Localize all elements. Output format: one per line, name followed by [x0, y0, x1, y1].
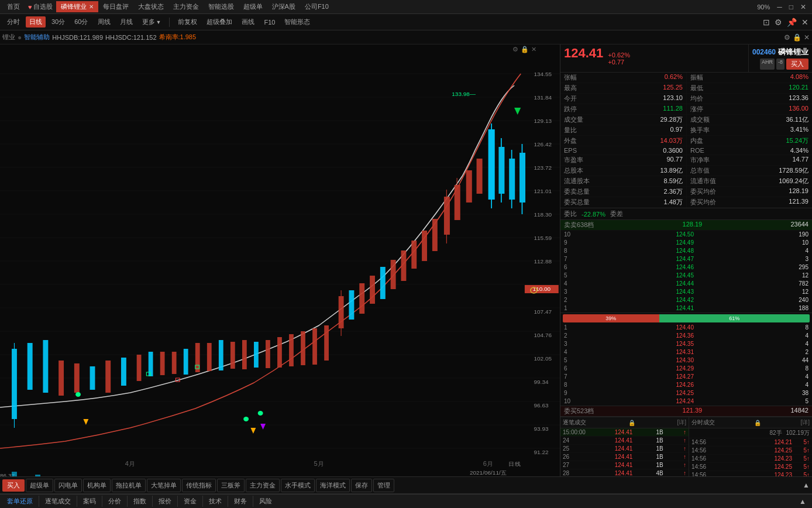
val-jinkai: 123.10: [663, 94, 683, 103]
indicator-xinanlv[interactable]: 希南率:1.985: [159, 33, 197, 42]
close-panel-icon[interactable]: ✕: [801, 18, 808, 27]
tab-close-icon[interactable]: ✕: [89, 4, 94, 10]
indicator-smart[interactable]: 智能辅助: [24, 33, 50, 42]
svg-rect-88: [509, 159, 515, 200]
tf-fenshi[interactable]: 分时: [4, 16, 23, 28]
val-junjia: 123.36: [789, 94, 808, 103]
bn-quote[interactable]: 报价: [153, 496, 178, 507]
bn-risk[interactable]: 风险: [253, 496, 278, 507]
close-indicator[interactable]: ✕: [804, 33, 810, 42]
heart-icon: ♥: [28, 4, 32, 11]
nav-f10[interactable]: 公司F10: [300, 2, 333, 11]
bt-sanfu[interactable]: 三板斧: [217, 479, 245, 492]
indicator-hhjsdb[interactable]: HHJSDB:121.989: [52, 34, 103, 41]
svg-rect-71: [401, 250, 406, 281]
svg-text:93.93: 93.93: [534, 425, 548, 431]
bn-price[interactable]: 分价: [102, 496, 128, 507]
svg-rect-75: [444, 197, 450, 235]
lock-mintrade-icon[interactable]: 🔒: [754, 420, 761, 426]
tool-fuquan[interactable]: 前复权: [174, 16, 201, 28]
label-huanshou: 换手率: [690, 126, 710, 135]
nav-super[interactable]: 超级单: [239, 2, 267, 11]
pin-icon[interactable]: 📌: [787, 18, 797, 27]
nav-market[interactable]: 大盘状态: [133, 2, 168, 11]
bn-tech[interactable]: 技术: [203, 496, 228, 507]
nav-funds[interactable]: 主力资金: [168, 2, 204, 11]
tf-month[interactable]: 月线: [116, 16, 136, 28]
svg-point-104: [258, 411, 263, 416]
bn-capital[interactable]: 资金: [178, 496, 203, 507]
bt-flash[interactable]: 闪电单: [54, 479, 82, 492]
val-zongguben: 13.89亿: [660, 166, 683, 175]
svg-rect-111: [12, 472, 17, 476]
chart-area[interactable]: 134.55 131.84 129.13 126.42 123.72 121.0…: [0, 44, 560, 476]
bt-ocean[interactable]: 海洋模式: [316, 479, 350, 492]
label-liutongguben: 流通股本: [564, 177, 590, 186]
btn-buy[interactable]: 买入: [786, 59, 808, 70]
settings-small[interactable]: ⚙: [784, 33, 790, 42]
label-weimaimaijunjia2: 委买均价: [690, 198, 716, 207]
chart-lock[interactable]: 🔒: [521, 46, 529, 53]
restore-btn[interactable]: □: [786, 3, 797, 11]
bt-tractor[interactable]: 拖拉机单: [112, 479, 146, 492]
bt-manage[interactable]: 管理: [373, 479, 394, 492]
bn-index[interactable]: 指数: [128, 496, 153, 507]
nav-stock-tab[interactable]: 磷锋锂业 ✕: [56, 1, 98, 12]
svg-rect-80: [466, 170, 472, 202]
chevron-down-icon: ▼: [156, 19, 161, 25]
detail-mintrade[interactable]: [详]: [800, 418, 810, 427]
tf-daily[interactable]: 日线: [26, 16, 46, 28]
close-btn[interactable]: ✕: [797, 3, 810, 11]
svg-rect-46: [137, 355, 142, 381]
tool-smartform[interactable]: 智能形态: [281, 16, 314, 28]
tool-superlay[interactable]: 超级叠加: [203, 16, 236, 28]
tf-60[interactable]: 60分: [71, 16, 91, 28]
bn-code[interactable]: 案码: [77, 496, 102, 507]
nav-home[interactable]: 首页: [2, 2, 25, 11]
bt-bigpen[interactable]: 大笔掉单: [147, 479, 181, 492]
tf-week[interactable]: 周线: [94, 16, 114, 28]
bt-buyin[interactable]: 买入: [2, 479, 25, 492]
svg-rect-81: [477, 159, 483, 194]
expand-icon[interactable]: ⊡: [763, 18, 770, 27]
nav-smart[interactable]: 智能选股: [204, 2, 239, 11]
bt-mainforce[interactable]: 主力资金: [246, 479, 280, 492]
chart-close[interactable]: ✕: [531, 46, 536, 53]
svg-rect-58: [277, 337, 282, 368]
arrow-up-nav[interactable]: ▲: [794, 497, 811, 506]
bt-super[interactable]: 超级单: [26, 479, 53, 492]
bt-tradition[interactable]: 传统指标: [182, 479, 216, 492]
svg-rect-54: [230, 342, 235, 369]
bn-trade[interactable]: 逐笔成交: [39, 496, 77, 507]
svg-rect-60: [301, 331, 305, 365]
label-weimai1: 委卖总量: [564, 187, 590, 196]
bid-bar: 61%: [659, 314, 810, 322]
settings-icon[interactable]: ⚙: [775, 18, 782, 27]
svg-rect-74: [432, 219, 438, 251]
val-weimai1: 2.36万: [664, 187, 683, 196]
lock-trade-icon[interactable]: 🔒: [628, 420, 635, 426]
lock-icon[interactable]: 🔒: [793, 33, 801, 42]
bt-sailor[interactable]: 水手模式: [281, 479, 315, 492]
svg-rect-67: [359, 283, 364, 314]
nav-daily[interactable]: 每日盘评: [98, 2, 133, 11]
detail-icon[interactable]: [详]: [677, 418, 686, 427]
minimize-btn[interactable]: ─: [773, 3, 786, 11]
bn-return[interactable]: 套单还原: [1, 496, 39, 507]
val-roe: 4.34%: [790, 147, 808, 154]
chart-settings[interactable]: ⚙: [512, 46, 518, 53]
label-zongguben: 总股本: [564, 166, 583, 175]
tool-f10[interactable]: F10: [260, 18, 278, 27]
tf-more[interactable]: 更多 ▼: [139, 16, 165, 28]
bt-org[interactable]: 机构单: [83, 479, 111, 492]
tool-draw[interactable]: 画线: [238, 16, 258, 28]
nav-sha[interactable]: 沪深A股: [267, 2, 300, 11]
bt-save[interactable]: 保存: [351, 479, 372, 492]
nav-watchlist[interactable]: ♥ 自选股: [25, 2, 56, 11]
tf-30[interactable]: 30分: [48, 16, 68, 28]
svg-text:121.01: 121.01: [534, 188, 552, 194]
bn-finance[interactable]: 财务: [228, 496, 253, 507]
indicator-hhjsdc[interactable]: HHJSDC:121.152: [105, 34, 156, 41]
up-arrow-btn[interactable]: ▲: [803, 481, 810, 489]
svg-text:131.84: 131.84: [534, 94, 552, 100]
